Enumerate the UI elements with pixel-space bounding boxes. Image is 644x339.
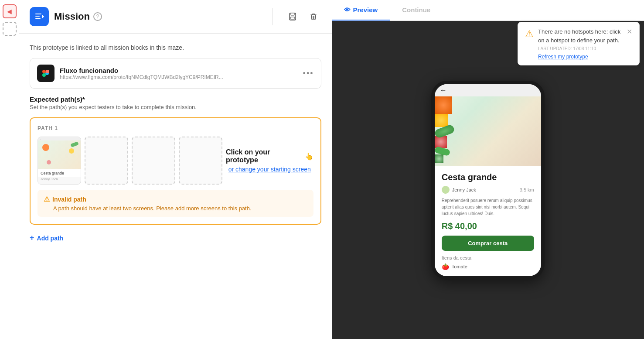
svg-rect-1 [35, 16, 40, 17]
tomato-icon: 🍅 [442, 263, 449, 270]
tab-preview[interactable]: 👁 Preview [332, 0, 390, 21]
hotspot-last-updated: LAST UPDATED: 17/08 11:10 [538, 46, 622, 51]
svg-rect-10 [46, 70, 49, 73]
add-path-button[interactable]: + Add path [30, 232, 63, 244]
path-1-box: PATH 1 ← Cesta grande Jenny Jack [30, 117, 321, 225]
prototype-card: Fluxo funcionando https://www.figma.com/… [30, 58, 321, 89]
sidebar-tab-icon: ◀ [7, 8, 12, 15]
change-starting-screen-link[interactable]: or change your starting screen [228, 166, 311, 173]
sidebar-tab-active[interactable]: ◀ [3, 4, 17, 18]
delete-icon[interactable] [306, 9, 321, 24]
svg-rect-0 [35, 14, 41, 14]
svg-rect-2 [35, 18, 41, 19]
hotspot-warning: ⚠ There are no hotspots here: click on a… [518, 22, 640, 65]
mission-icon [30, 7, 49, 26]
screen-thumb-sublabel: Jenny Jack [38, 177, 81, 183]
phone-top-bar: ← [435, 84, 541, 96]
eye-icon: 👁 [344, 6, 351, 14]
veg-yellow-circle [435, 114, 448, 127]
thumb-veg4 [47, 160, 51, 164]
buy-button[interactable]: Comprar cesta [442, 236, 534, 251]
thumb-veg1 [42, 144, 49, 151]
proto-url: https://www.figma.com/proto/fqNMCdlgTQMJ… [60, 74, 298, 80]
plus-icon: + [30, 233, 34, 243]
seller-info: Jenny Jack [442, 186, 476, 194]
thumb-veg3 [70, 141, 79, 147]
phone-screen: ← Cesta grande [435, 84, 541, 276]
screen-placeholder-4[interactable] [179, 137, 222, 185]
screen-placeholder-3[interactable] [132, 137, 175, 185]
sidebar-tab-dashed[interactable] [3, 22, 17, 36]
seller-dist: 3,5 km [520, 187, 534, 192]
product-desc: Reprehenderit posuere rerum aliquip poss… [442, 197, 534, 217]
screen-thumb-1[interactable]: ← Cesta grande Jenny Jack [37, 137, 81, 185]
help-icon[interactable]: ? [93, 12, 102, 21]
proto-name: Fluxo funcionando [60, 67, 298, 74]
svg-rect-6 [290, 17, 295, 19]
invalid-path-desc: A path should have at least two screens.… [53, 205, 307, 212]
veg-light-green [435, 154, 443, 163]
sidebar: ◀ [0, 0, 19, 339]
tab-continue[interactable]: Continue [390, 0, 443, 21]
screen-thumb-label: Cesta grande [38, 169, 81, 177]
hotspot-warning-text: There are no hotspots here: click on a h… [538, 27, 622, 45]
invalid-path-title: ⚠ Invalid path [44, 195, 307, 203]
hotspot-refresh-link[interactable]: Refresh my prototype [538, 54, 622, 60]
expected-paths-section: Expected path(s)* Set the path(s) you ex… [30, 96, 321, 110]
figma-icon [37, 65, 55, 82]
seller-row: Jenny Jack 3,5 km [442, 186, 534, 194]
header-divider [272, 8, 273, 25]
right-panel: 👁 Preview Continue ⚠ There are no hotspo… [332, 0, 644, 339]
linked-note: This prototype is linked to all mission … [30, 44, 321, 51]
expected-paths-title: Expected path(s)* [30, 96, 321, 103]
invalid-path-box: ⚠ Invalid path A path should have at lea… [37, 190, 313, 217]
mission-title-row: Mission ? [54, 11, 260, 22]
path-click-cta: Click on your prototype 👆 or change your… [226, 148, 313, 173]
preview-tabs: 👁 Preview Continue [332, 0, 644, 21]
svg-rect-9 [42, 73, 46, 77]
phone-container: ← Cesta grande [332, 21, 644, 339]
seller-avatar [442, 186, 450, 194]
save-icon[interactable] [285, 9, 300, 24]
svg-marker-3 [42, 15, 44, 18]
path-click-title: Click on your prototype 👆 [226, 148, 313, 164]
main-content: Mission ? This prototype is linked t [19, 0, 332, 339]
proto-menu-dots[interactable]: ••• [303, 69, 314, 78]
hotspot-warning-body: There are no hotspots here: click on a h… [538, 27, 622, 60]
warning-circle-icon: ⚠ [44, 195, 50, 203]
seller-name: Jenny Jack [452, 187, 476, 192]
mission-header: Mission ? [19, 0, 332, 34]
proto-info: Fluxo funcionando https://www.figma.com/… [60, 67, 298, 80]
expected-paths-subtitle: Set the path(s) you expect testers to ta… [30, 104, 321, 110]
tomato-row: 🍅 Tomate [442, 263, 534, 270]
svg-rect-5 [291, 13, 294, 15]
path-1-label: PATH 1 [37, 125, 313, 131]
phone-content: Cesta grande Jenny Jack 3,5 km Reprehend… [435, 166, 541, 276]
product-name: Cesta grande [442, 172, 534, 182]
tomato-text: Tomate [452, 264, 467, 269]
screen-placeholder-2[interactable] [85, 137, 128, 185]
thumb-veg2 [69, 148, 74, 154]
product-price: R$ 40,00 [442, 221, 534, 231]
hotspot-warning-icon: ⚠ [525, 28, 534, 60]
items-label: Itens da cesta [442, 255, 534, 260]
hotspot-close-button[interactable]: ✕ [627, 27, 632, 36]
svg-rect-8 [42, 70, 46, 73]
thumb-hero [38, 140, 81, 169]
phone-mockup: ← Cesta grande [431, 81, 545, 280]
mission-body: This prototype is linked to all mission … [19, 34, 332, 255]
click-emoji: 👆 [305, 152, 313, 161]
back-arrow-icon[interactable]: ← [440, 86, 447, 94]
phone-hero-image [435, 96, 541, 166]
header-actions [285, 9, 321, 24]
veg-orange-circle [435, 96, 452, 114]
path-screens: ← Cesta grande Jenny Jack [37, 137, 313, 185]
mission-title: Mission [54, 11, 90, 22]
